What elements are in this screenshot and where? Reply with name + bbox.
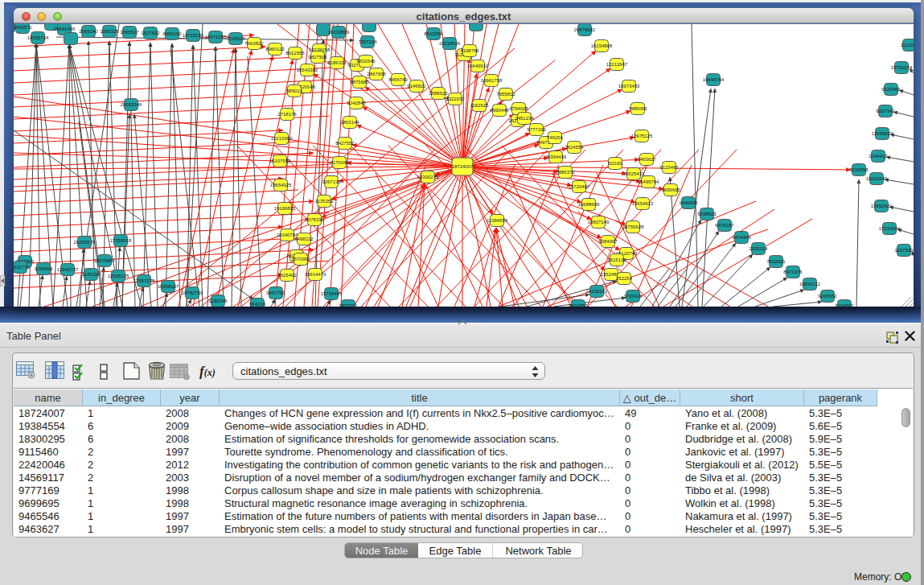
svg-text:9245652: 9245652 xyxy=(818,294,837,299)
svg-text:7955812: 7955812 xyxy=(496,92,515,97)
svg-text:9146821: 9146821 xyxy=(407,84,426,89)
svg-text:19654925: 19654925 xyxy=(270,183,292,187)
svg-text:1167533: 1167533 xyxy=(895,248,914,253)
svg-text:20364436: 20364436 xyxy=(545,154,567,159)
svg-text:16154808: 16154808 xyxy=(591,43,613,48)
svg-text:1065527: 1065527 xyxy=(120,30,139,35)
svg-text:8960123: 8960123 xyxy=(265,47,285,51)
svg-text:1112096: 1112096 xyxy=(901,43,914,47)
svg-text:1145194: 1145194 xyxy=(82,272,101,277)
svg-text:9699695: 9699695 xyxy=(661,187,680,192)
svg-text:7886372: 7886372 xyxy=(556,170,575,175)
svg-text:6479197: 6479197 xyxy=(715,223,734,228)
svg-text:10654112: 10654112 xyxy=(799,282,821,286)
svg-text:10688609: 10688609 xyxy=(578,202,600,207)
svg-text:9115460: 9115460 xyxy=(660,165,680,170)
svg-text:3498222: 3498222 xyxy=(294,237,314,241)
svg-text:2867608: 2867608 xyxy=(367,72,386,76)
svg-text:9474444: 9474444 xyxy=(732,235,751,240)
svg-text:7515524: 7515524 xyxy=(226,36,245,41)
svg-text:8990448: 8990448 xyxy=(490,108,509,113)
svg-text:20876682: 20876682 xyxy=(574,27,596,32)
svg-text:10973493: 10973493 xyxy=(618,84,640,89)
svg-text:4170046: 4170046 xyxy=(330,160,349,165)
svg-text:6794028: 6794028 xyxy=(509,106,528,111)
svg-text:12213369: 12213369 xyxy=(271,136,293,141)
svg-text:16671355: 16671355 xyxy=(205,35,227,39)
svg-text:20691406: 20691406 xyxy=(54,27,76,31)
svg-text:3624554: 3624554 xyxy=(565,145,584,150)
svg-text:12975125: 12975125 xyxy=(631,134,653,138)
svg-text:6466160: 6466160 xyxy=(162,31,182,36)
svg-text:8454749: 8454749 xyxy=(388,77,408,82)
svg-text:19975867: 19975867 xyxy=(94,258,116,263)
svg-text:9777169: 9777169 xyxy=(527,127,546,132)
svg-text:16648764: 16648764 xyxy=(703,77,725,82)
svg-text:12505135: 12505135 xyxy=(108,274,129,278)
svg-text:18807249: 18807249 xyxy=(588,220,610,225)
svg-text:8215958: 8215958 xyxy=(849,167,869,172)
svg-text:12095823: 12095823 xyxy=(872,131,893,136)
svg-text:2451234: 2451234 xyxy=(515,116,534,121)
svg-text:9827506: 9827506 xyxy=(308,55,327,60)
svg-text:20206576: 20206576 xyxy=(74,240,96,245)
svg-text:9084067: 9084067 xyxy=(598,239,618,244)
svg-text:1873301: 1873301 xyxy=(339,303,358,307)
svg-text:9129966: 9129966 xyxy=(881,87,901,92)
svg-text:15716485: 15716485 xyxy=(321,291,343,296)
svg-text:1292346: 1292346 xyxy=(208,299,228,303)
svg-text:10025433: 10025433 xyxy=(623,171,645,176)
svg-text:964210: 964210 xyxy=(249,302,266,307)
svg-text:8912955: 8912955 xyxy=(285,51,305,56)
svg-text:1733426: 1733426 xyxy=(623,294,643,299)
svg-text:16033809: 16033809 xyxy=(328,30,350,35)
svg-text:3911771: 3911771 xyxy=(14,265,30,270)
svg-text:1162615: 1162615 xyxy=(470,103,490,108)
svg-text:7625402: 7625402 xyxy=(277,273,297,278)
svg-text:1640995: 1640995 xyxy=(679,200,698,205)
svg-text:1405572: 1405572 xyxy=(14,25,32,30)
svg-text:16495794: 16495794 xyxy=(638,179,659,184)
svg-text:10210643: 10210643 xyxy=(866,176,888,181)
svg-text:17957275: 17957275 xyxy=(133,278,155,283)
svg-text:9463627: 9463627 xyxy=(637,157,656,162)
svg-text:17016504: 17016504 xyxy=(879,226,901,231)
svg-text:9457791: 9457791 xyxy=(266,290,285,295)
svg-text:14136141: 14136141 xyxy=(586,289,608,294)
svg-text:15300275: 15300275 xyxy=(417,175,439,179)
svg-text:9242848: 9242848 xyxy=(347,101,366,105)
svg-text:15720407: 15720407 xyxy=(569,184,590,189)
svg-text:7663822: 7663822 xyxy=(244,41,264,46)
svg-text:746266: 746266 xyxy=(547,135,564,140)
svg-text:4198766: 4198766 xyxy=(460,48,479,53)
svg-text:8678332: 8678332 xyxy=(305,217,324,222)
svg-text:2069140: 2069140 xyxy=(79,29,98,34)
svg-text:1615132: 1615132 xyxy=(607,257,626,262)
svg-text:19756928: 19756928 xyxy=(622,225,644,229)
svg-text:20053346: 20053346 xyxy=(121,102,142,107)
svg-text:11384554: 11384554 xyxy=(487,218,508,223)
svg-text:13692921: 13692921 xyxy=(871,204,893,208)
svg-text:252254: 252254 xyxy=(616,276,633,281)
svg-text:10958107: 10958107 xyxy=(158,284,179,289)
svg-text:2718176: 2718176 xyxy=(277,112,297,117)
svg-text:989012: 989012 xyxy=(286,89,303,93)
svg-text:15751074: 15751074 xyxy=(891,65,913,70)
svg-text:1570992: 1570992 xyxy=(291,257,310,262)
svg-text:9024502: 9024502 xyxy=(835,303,854,307)
svg-text:14055724: 14055724 xyxy=(27,35,49,40)
svg-text:17359918: 17359918 xyxy=(110,238,132,243)
svg-text:1244415: 1244415 xyxy=(869,154,888,159)
svg-text:16543382: 16543382 xyxy=(297,68,318,72)
svg-text:62160: 62160 xyxy=(609,161,622,166)
svg-text:8186323: 8186323 xyxy=(327,60,347,65)
svg-text:1588520: 1588520 xyxy=(429,91,448,96)
svg-text:16914479: 16914479 xyxy=(305,272,326,277)
svg-text:1527602: 1527602 xyxy=(141,31,160,35)
svg-text:8813054: 8813054 xyxy=(424,31,443,36)
svg-text:19218506: 19218506 xyxy=(439,41,461,46)
svg-text:16961758: 16961758 xyxy=(481,78,503,83)
svg-text:12942737: 12942737 xyxy=(57,267,79,272)
svg-text:18724007: 18724007 xyxy=(452,164,474,169)
svg-text:7485063: 7485063 xyxy=(628,106,647,111)
